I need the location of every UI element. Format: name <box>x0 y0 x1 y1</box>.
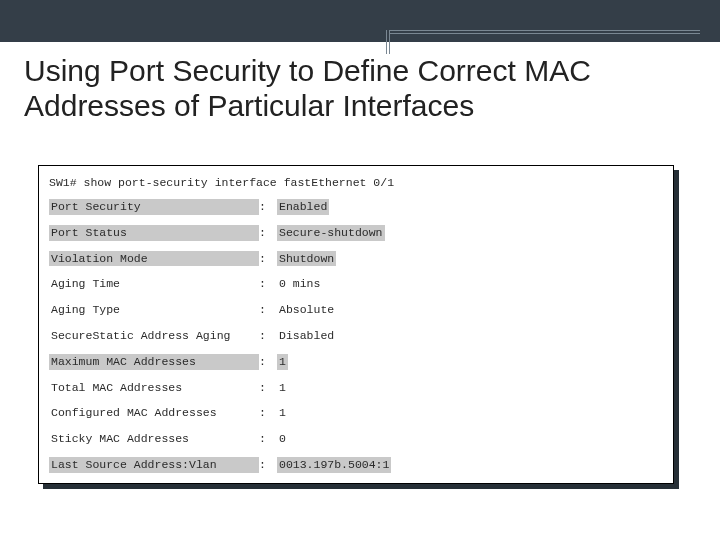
output-separator: : <box>259 431 277 447</box>
output-value: Disabled <box>277 328 336 344</box>
output-row: Aging Time:0 mins <box>49 276 661 292</box>
output-row: SecureStatic Address Aging:Disabled <box>49 328 661 344</box>
output-value: Secure-shutdown <box>277 225 385 241</box>
output-label: Maximum MAC Addresses <box>49 354 259 370</box>
output-row: Violation Mode:Shutdown <box>49 251 661 267</box>
output-row: Port Security:Enabled <box>49 199 661 215</box>
output-row: Maximum MAC Addresses:1 <box>49 354 661 370</box>
output-separator: : <box>259 457 277 473</box>
output-separator: : <box>259 405 277 421</box>
output-label: SecureStatic Address Aging <box>49 328 259 344</box>
output-separator: : <box>259 302 277 318</box>
output-value: 0 mins <box>277 276 322 292</box>
output-separator: : <box>259 380 277 396</box>
output-label: Aging Type <box>49 302 259 318</box>
output-value: 0013.197b.5004:1 <box>277 457 391 473</box>
output-value: Shutdown <box>277 251 336 267</box>
output-row: Total MAC Addresses:1 <box>49 380 661 396</box>
output-separator: : <box>259 225 277 241</box>
output-separator: : <box>259 276 277 292</box>
slide-accent-vertical <box>386 30 390 54</box>
cli-command: show port-security interface fastEtherne… <box>84 176 395 189</box>
output-label: Last Source Address:Vlan <box>49 457 259 473</box>
output-value: Absolute <box>277 302 336 318</box>
output-separator: : <box>259 199 277 215</box>
output-separator: : <box>259 251 277 267</box>
output-label: Sticky MAC Addresses <box>49 431 259 447</box>
output-separator: : <box>259 354 277 370</box>
output-label: Port Status <box>49 225 259 241</box>
output-row: Configured MAC Addresses:1 <box>49 405 661 421</box>
cli-output-panel: SW1# show port-security interface fastEt… <box>38 165 674 484</box>
slide-title: Using Port Security to Define Correct MA… <box>24 54 696 123</box>
output-value: 1 <box>277 405 288 421</box>
output-row: Aging Type:Absolute <box>49 302 661 318</box>
output-row: Last Source Address:Vlan:0013.197b.5004:… <box>49 457 661 473</box>
slide-top-bar <box>0 0 720 42</box>
output-label: Total MAC Addresses <box>49 380 259 396</box>
output-value: 1 <box>277 380 288 396</box>
cli-command-line: SW1# show port-security interface fastEt… <box>49 176 661 189</box>
output-row: Sticky MAC Addresses:0 <box>49 431 661 447</box>
output-row: Port Status:Secure-shutdown <box>49 225 661 241</box>
output-label: Violation Mode <box>49 251 259 267</box>
output-value: 0 <box>277 431 288 447</box>
slide-accent-horizontal <box>390 30 700 34</box>
output-value: Enabled <box>277 199 329 215</box>
output-value: 1 <box>277 354 288 370</box>
output-separator: : <box>259 328 277 344</box>
output-label: Aging Time <box>49 276 259 292</box>
output-label: Port Security <box>49 199 259 215</box>
output-label: Configured MAC Addresses <box>49 405 259 421</box>
cli-prompt: SW1# <box>49 176 77 189</box>
